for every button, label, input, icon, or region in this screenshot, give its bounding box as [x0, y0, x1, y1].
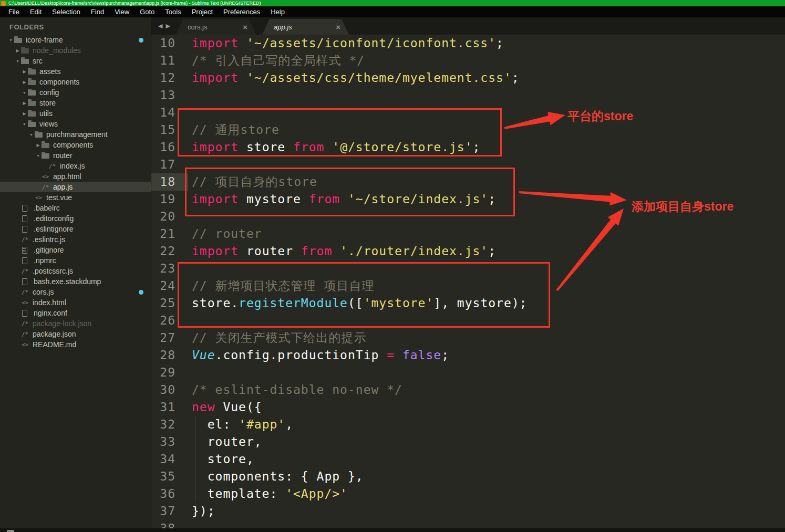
tree-folder-components[interactable]: ▶components	[0, 77, 151, 87]
code-line[interactable]: 18// 项目自身的store	[151, 173, 785, 191]
code-line[interactable]: 35 components: { App },	[151, 468, 785, 485]
tree-file-.babelrc[interactable]: .babelrc	[0, 203, 151, 213]
chevron-right-icon: ▶	[21, 69, 28, 74]
token-pl: mystore	[239, 192, 309, 206]
menu-item-view[interactable]: View	[109, 6, 135, 17]
menu-item-tools[interactable]: Tools	[160, 6, 186, 17]
code-line[interactable]: 15// 通用store	[151, 121, 785, 139]
code-line[interactable]: 13	[151, 87, 785, 104]
tab-app.js[interactable]: app.js×	[262, 19, 349, 35]
menu-item-selection[interactable]: Selection	[47, 6, 85, 17]
code-line[interactable]: 34 store,	[151, 451, 785, 468]
tree-file-bash.exe.stackdump[interactable]: bash.exe.stackdump	[0, 276, 151, 287]
code-line[interactable]: 20	[151, 208, 785, 225]
token-cmt: // 通用store	[192, 123, 280, 137]
line-number: 37	[151, 503, 188, 520]
tree-folder-router[interactable]: ▼router	[0, 150, 151, 161]
tree-folder-src[interactable]: ▼src	[0, 56, 151, 66]
code-line[interactable]: 16import store from '@/store/store.js';	[151, 139, 785, 156]
code-line[interactable]: 32 el: '#app',	[151, 416, 785, 433]
line-content	[188, 520, 192, 528]
tree-item-label: package.json	[33, 330, 76, 338]
tree-file-index.html[interactable]: <>index.html	[0, 297, 151, 308]
nav-back-icon[interactable]: ◀	[157, 23, 164, 29]
tab-cors.js[interactable]: cors.js×	[176, 19, 256, 35]
line-number: 18	[151, 173, 188, 191]
line-number: 25	[151, 295, 188, 312]
code-line[interactable]: 24// 新增项目状态管理 项目自理	[151, 277, 785, 295]
tree-folder-store[interactable]: ▶store	[0, 98, 151, 108]
code-line[interactable]: 21// router	[151, 225, 785, 243]
tree-folder-utils[interactable]: ▶utils	[0, 108, 151, 119]
line-content: // 关闭生产模式下给出的提示	[188, 329, 367, 347]
code-line[interactable]: 37});	[151, 503, 785, 520]
tree-file-.gitignore[interactable]: .gitignore	[0, 245, 151, 255]
code-line[interactable]: 31new Vue({	[151, 399, 785, 416]
code-editor[interactable]: 10import '~/assets/iconfont/iconfont.css…	[151, 35, 785, 528]
menu-item-goto[interactable]: Goto	[135, 6, 160, 17]
tree-file-.postcssrc.js[interactable]: /*.postcssrc.js	[0, 266, 151, 276]
code-line[interactable]: 25store.registerModule(['mystore'], myst…	[151, 295, 785, 312]
tree-file-app.html[interactable]: <>app.html	[0, 171, 151, 182]
tree-file-.editorconfig[interactable]: .editorconfig	[0, 213, 151, 224]
token-kw: import	[192, 192, 239, 206]
code-line[interactable]: 29	[151, 364, 785, 381]
tree-file-.eslintrc.js[interactable]: /*.eslintrc.js	[0, 234, 151, 245]
tree-file-test.vue[interactable]: <>test.vue	[0, 192, 151, 203]
tree-file-index.js[interactable]: /*index.js	[0, 161, 151, 171]
menu-item-help[interactable]: Help	[265, 6, 290, 17]
menu-item-file[interactable]: File	[3, 6, 25, 17]
token-pl: .config.productionTip	[215, 348, 387, 362]
line-content: import '~/assets/css/theme/myelement.css…	[188, 69, 520, 87]
code-line[interactable]: 27// 关闭生产模式下给出的提示	[151, 329, 785, 347]
line-number: 19	[151, 191, 188, 208]
tree-folder-config[interactable]: ▼config	[0, 87, 151, 98]
tree-folder-node_modules[interactable]: ▶node_modules	[0, 45, 151, 56]
code-line[interactable]: 23	[151, 260, 785, 277]
line-content: /* 引入自己写的全局样式 */	[188, 52, 365, 69]
code-line[interactable]: 14	[151, 104, 785, 121]
folder-icon	[28, 80, 36, 85]
menu-item-edit[interactable]: Edit	[25, 6, 47, 17]
code-line[interactable]: 38	[151, 520, 785, 528]
tree-folder-components[interactable]: ▶components	[0, 140, 151, 150]
code-line[interactable]: 11/* 引入自己写的全局样式 */	[151, 52, 785, 69]
tree-folder-views[interactable]: ▼views	[0, 119, 151, 129]
menu-item-find[interactable]: Find	[86, 6, 109, 17]
code-line[interactable]: 26	[151, 312, 785, 329]
tree-file-cors.js[interactable]: /*cors.js	[0, 287, 151, 297]
code-line[interactable]: 17	[151, 156, 785, 173]
code-line[interactable]: 36 template: '<App/>'	[151, 485, 785, 503]
tab-close-icon[interactable]: ×	[315, 23, 340, 32]
code-line[interactable]: 30/* eslint-disable no-new */	[151, 381, 785, 399]
menu-item-project[interactable]: Project	[187, 6, 218, 17]
menu-item-preferences[interactable]: Preferences	[218, 6, 265, 17]
tree-file-.eslintignore[interactable]: .eslintignore	[0, 224, 151, 234]
tree-file-.npmrc[interactable]: .npmrc	[0, 255, 151, 266]
tree-folder-purchmanagement[interactable]: ▼purchmanagement	[0, 129, 151, 140]
code-line[interactable]: 28Vue.config.productionTip = false;	[151, 347, 785, 364]
line-content	[188, 312, 192, 329]
code-line[interactable]: 12import '~/assets/css/theme/myelement.c…	[151, 69, 785, 87]
tab-close-icon[interactable]: ×	[222, 23, 247, 32]
token-pl: router,	[192, 435, 262, 448]
tree-file-package.json[interactable]: /*package.json	[0, 329, 151, 339]
code-line[interactable]: 22import router from './router/index.js'…	[151, 243, 785, 260]
code-line[interactable]: 10import '~/assets/iconfont/iconfont.css…	[151, 35, 785, 52]
tree-file-app.js[interactable]: /*app.js	[0, 182, 151, 192]
folder-icon	[42, 143, 49, 148]
tree-file-nginx.conf[interactable]: nginx.conf	[0, 308, 151, 318]
tree-folder-assets[interactable]: ▶assets	[0, 66, 151, 77]
tree-folder-icore-frame[interactable]: ▼icore-frame	[0, 35, 151, 45]
tree-item-label: index.js	[60, 162, 85, 170]
tree-file-package-lock.json[interactable]: /*package-lock.json	[0, 318, 151, 329]
code-line[interactable]: 33 router,	[151, 433, 785, 451]
code-line[interactable]: 19import mystore from '~/store/index.js'…	[151, 191, 785, 208]
nav-forward-icon[interactable]: ▶	[164, 23, 171, 29]
tree-file-readme.md[interactable]: <>README.md	[0, 339, 151, 350]
tree-item-label: store	[39, 99, 56, 107]
tree-item-label: .editorconfig	[34, 214, 74, 223]
folder-icon	[28, 101, 36, 106]
chevron-right-icon: ▶	[35, 143, 42, 148]
token-fn: registerModule	[239, 296, 348, 310]
